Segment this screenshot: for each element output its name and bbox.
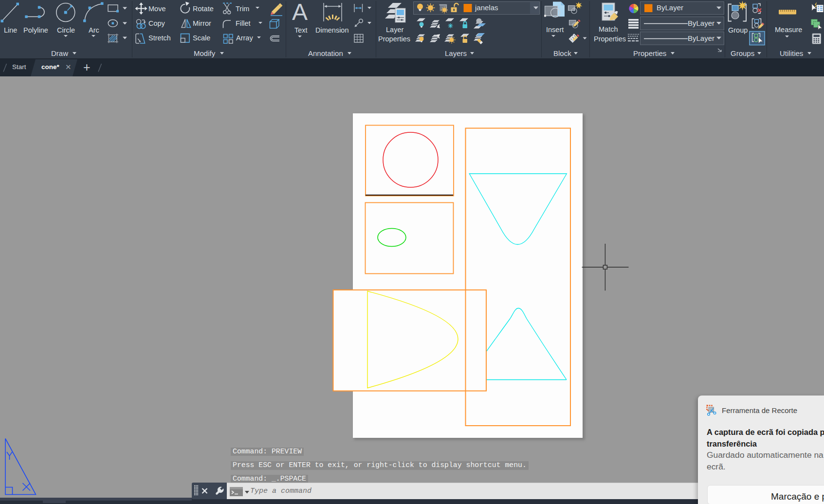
svg-text:A: A (292, 0, 308, 25)
